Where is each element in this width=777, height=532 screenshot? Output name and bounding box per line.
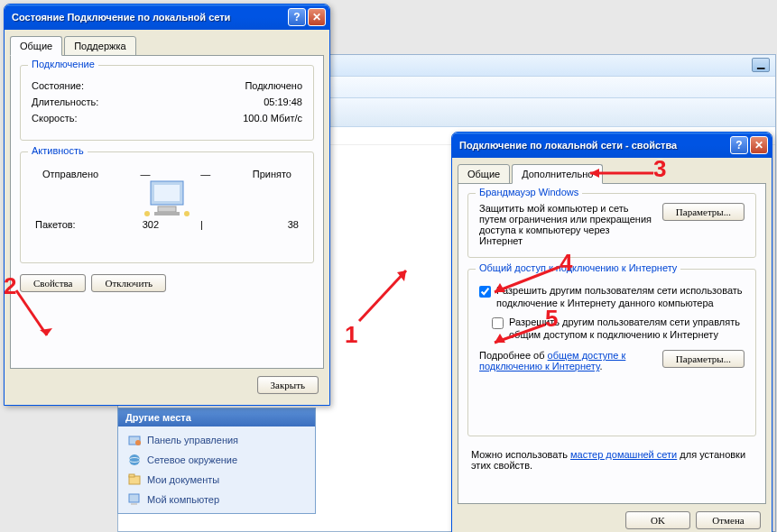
speed-label: Скорость:: [32, 113, 78, 124]
properties-dialog: Подключение по локальной сети - свойства…: [451, 132, 772, 532]
group-connection: Подключение: [28, 59, 98, 69]
sidepanel-item-control[interactable]: Панель управления: [122, 430, 311, 450]
sidepanel-item-docs[interactable]: Мои документы: [122, 470, 311, 490]
firewall-text: Защитить мой компьютер и сеть путем огра…: [479, 203, 655, 246]
tab-general[interactable]: Общие: [10, 36, 62, 56]
close-button[interactable]: ✕: [308, 8, 326, 26]
disable-button[interactable]: Отключить: [91, 274, 166, 292]
svg-rect-23: [129, 494, 139, 502]
sidepanel-item-network[interactable]: Сетевое окружение: [122, 450, 311, 470]
my-computer-icon: [127, 492, 142, 507]
firewall-params-button[interactable]: Параметры...: [662, 203, 745, 221]
packets-recv: 38: [245, 219, 299, 230]
duration-value: 05:19:48: [264, 96, 302, 107]
state-value: Подключено: [245, 80, 302, 91]
state-label: Состояние:: [32, 80, 84, 91]
tab-advanced-props[interactable]: Дополнительно: [512, 164, 603, 184]
other-places-panel: Другие места Панель управления Сетевое о…: [117, 408, 316, 514]
activity-computer-icon: [142, 178, 192, 223]
packets-label: Пакетов:: [35, 219, 76, 230]
svg-rect-24: [131, 503, 137, 505]
control-panel-icon: [127, 433, 142, 447]
tab-support[interactable]: Поддержка: [64, 36, 135, 56]
props-titlebar: Подключение по локальной сети - свойства…: [452, 133, 772, 158]
duration-label: Длительность:: [32, 96, 98, 107]
status-title: Состояние Подключение по локальной сети: [12, 12, 288, 23]
cancel-button[interactable]: Отмена: [696, 511, 761, 529]
network-places-icon: [127, 453, 142, 467]
speed-value: 100.0 Мбит/с: [243, 113, 302, 124]
svg-point-29: [144, 211, 150, 216]
ics-manage-checkbox[interactable]: [492, 317, 504, 329]
tab-general-props[interactable]: Общие: [458, 164, 510, 184]
close-button[interactable]: ✕: [750, 136, 768, 154]
my-documents-icon: [127, 472, 142, 487]
wizard-prefix: Можно использовать: [471, 449, 570, 460]
ics-manage-label: Разрешить другим пользователям сети упра…: [509, 316, 745, 342]
svg-rect-22: [129, 474, 134, 477]
panel-title: Другие места: [118, 408, 315, 427]
svg-point-19: [129, 454, 140, 465]
svg-point-18: [135, 440, 141, 445]
ics-params-button[interactable]: Параметры...: [662, 350, 745, 368]
help-button[interactable]: ?: [288, 8, 306, 26]
close-dialog-button[interactable]: Закрыть: [257, 376, 319, 394]
sidepanel-item-computer[interactable]: Мой компьютер: [122, 490, 311, 509]
help-button[interactable]: ?: [730, 136, 748, 154]
properties-button[interactable]: Свойства: [20, 274, 86, 292]
group-firewall: Брандмауэр Windows: [476, 187, 582, 197]
minimize-icon[interactable]: ▁: [752, 58, 770, 72]
group-activity: Активность: [28, 145, 88, 156]
svg-rect-28: [154, 212, 180, 216]
props-title: Подключение по локальной сети - свойства: [459, 140, 730, 151]
sent-label: Отправлено: [42, 169, 98, 179]
ok-button[interactable]: OK: [625, 511, 690, 529]
svg-rect-26: [154, 185, 180, 201]
ics-allow-checkbox[interactable]: [479, 286, 491, 298]
received-label: Принято: [253, 169, 291, 179]
ics-allow-label: Разрешить другим пользователям сети испо…: [496, 284, 745, 310]
svg-rect-27: [158, 206, 176, 212]
status-titlebar: Состояние Подключение по локальной сети …: [5, 5, 329, 30]
status-dialog: Состояние Подключение по локальной сети …: [4, 4, 330, 406]
home-network-wizard-link[interactable]: мастер домашней сети: [570, 449, 677, 460]
learn-prefix: Подробнее об: [479, 350, 548, 361]
svg-point-30: [184, 211, 190, 216]
group-ics: Общий доступ к подключению к Интернету: [476, 262, 680, 273]
